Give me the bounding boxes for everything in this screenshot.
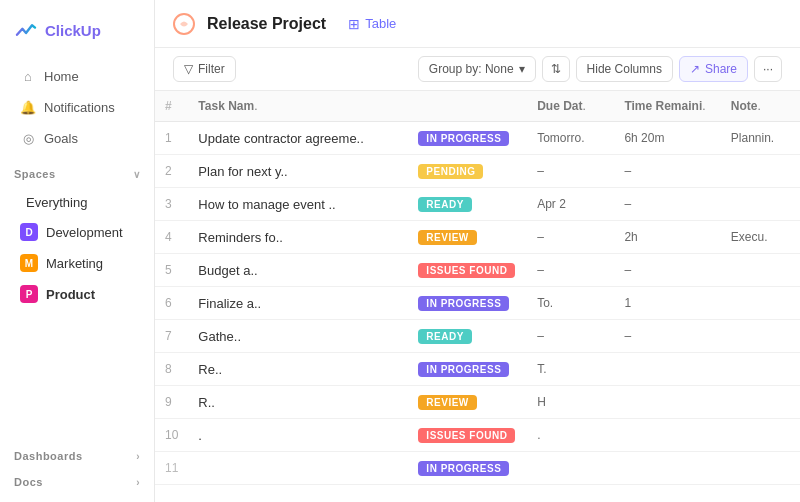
product-label: Product xyxy=(46,287,95,302)
table-row[interactable]: 6Finalize a..IN PROGRESSTo.1 xyxy=(155,287,800,320)
table-row[interactable]: 7Gathe..READY–– xyxy=(155,320,800,353)
filter-button[interactable]: ▽ Filter xyxy=(173,56,236,82)
cell-time xyxy=(614,452,720,485)
everything-label: Everything xyxy=(26,195,87,210)
group-by-label: Group by: None xyxy=(429,62,514,76)
app-logo[interactable]: ClickUp xyxy=(0,10,154,56)
cell-due: T. xyxy=(527,353,614,386)
cell-task[interactable]: R.. xyxy=(188,386,408,419)
cell-time: 6h 20m xyxy=(614,122,720,155)
table-row[interactable]: 1Update contractor agreeme..IN PROGRESST… xyxy=(155,122,800,155)
col-header-notes[interactable]: Note. xyxy=(721,91,800,122)
cell-due: . xyxy=(527,419,614,452)
app-name: ClickUp xyxy=(45,22,101,39)
table-row[interactable]: 5Budget a..ISSUES FOUND–– xyxy=(155,254,800,287)
col-header-time[interactable]: Time Remaini. xyxy=(614,91,720,122)
cell-due: Apr 2 xyxy=(527,188,614,221)
status-badge: REVIEW xyxy=(418,395,476,410)
cell-task[interactable] xyxy=(188,452,408,485)
share-button[interactable]: ↗ Share xyxy=(679,56,748,82)
nav-section: ⌂ Home 🔔 Notifications ◎ Goals xyxy=(0,56,154,158)
development-label: Development xyxy=(46,225,123,240)
cell-task[interactable]: Update contractor agreeme.. xyxy=(188,122,408,155)
cell-status[interactable]: IN PROGRESS xyxy=(408,452,527,485)
toolbar-right: Group by: None ▾ ⇅ Hide Columns ↗ Share … xyxy=(418,56,782,82)
cell-status[interactable]: PENDING xyxy=(408,155,527,188)
sidebar-item-goals[interactable]: ◎ Goals xyxy=(6,123,148,153)
cell-status[interactable]: READY xyxy=(408,320,527,353)
table-row[interactable]: 3How to manage event ..READYApr 2– xyxy=(155,188,800,221)
cell-time: – xyxy=(614,254,720,287)
cell-task[interactable]: How to manage event .. xyxy=(188,188,408,221)
more-options-button[interactable]: ··· xyxy=(754,56,782,82)
status-badge: ISSUES FOUND xyxy=(418,263,515,278)
status-badge: PENDING xyxy=(418,164,483,179)
dashboards-section-header[interactable]: Dashboards › xyxy=(0,440,154,466)
cell-task[interactable]: Gathe.. xyxy=(188,320,408,353)
docs-section-header[interactable]: Docs › xyxy=(0,466,154,492)
cell-status[interactable]: IN PROGRESS xyxy=(408,287,527,320)
group-by-chevron-icon: ▾ xyxy=(519,62,525,76)
cell-num: 6 xyxy=(155,287,188,320)
sidebar-item-home[interactable]: ⌂ Home xyxy=(6,61,148,91)
cell-task[interactable]: Reminders fo.. xyxy=(188,221,408,254)
cell-task[interactable]: Plan for next y.. xyxy=(188,155,408,188)
cell-num: 11 xyxy=(155,452,188,485)
cell-num: 4 xyxy=(155,221,188,254)
table-row[interactable]: 8Re..IN PROGRESST. xyxy=(155,353,800,386)
space-item-product[interactable]: P Product xyxy=(6,279,148,309)
cell-status[interactable]: ISSUES FOUND xyxy=(408,254,527,287)
filter-label: Filter xyxy=(198,62,225,76)
col-header-due[interactable]: Due Dat. xyxy=(527,91,614,122)
cell-task[interactable]: Re.. xyxy=(188,353,408,386)
sort-icon: ⇅ xyxy=(551,62,561,76)
hide-columns-button[interactable]: Hide Columns xyxy=(576,56,673,82)
table-view-tab[interactable]: ⊞ Table xyxy=(338,12,406,36)
space-item-development[interactable]: D Development xyxy=(6,217,148,247)
cell-num: 8 xyxy=(155,353,188,386)
table-row[interactable]: 10.ISSUES FOUND. xyxy=(155,419,800,452)
cell-task[interactable]: Budget a.. xyxy=(188,254,408,287)
spaces-section: Everything D Development M Marketing P P… xyxy=(0,184,154,314)
space-item-everything[interactable]: Everything xyxy=(6,189,148,216)
spaces-label: Spaces xyxy=(14,168,56,180)
product-dot: P xyxy=(20,285,38,303)
cell-status[interactable]: IN PROGRESS xyxy=(408,122,527,155)
table-row[interactable]: 9R..REVIEWH xyxy=(155,386,800,419)
table-header-row: # Task Nam. Due Dat. Time Remaini. Note. xyxy=(155,91,800,122)
cell-task[interactable]: Finalize a.. xyxy=(188,287,408,320)
cell-notes xyxy=(721,386,800,419)
clickup-logo-icon xyxy=(14,18,38,42)
cell-num: 10 xyxy=(155,419,188,452)
table-row[interactable]: 11IN PROGRESS xyxy=(155,452,800,485)
table-view-label: Table xyxy=(365,16,396,31)
ellipsis-icon: ··· xyxy=(763,62,773,76)
col-header-task[interactable]: Task Nam. xyxy=(188,91,408,122)
space-item-marketing[interactable]: M Marketing xyxy=(6,248,148,278)
sidebar-bottom: Dashboards › Docs › xyxy=(0,440,154,492)
share-icon: ↗ xyxy=(690,62,700,76)
cell-status[interactable]: READY xyxy=(408,188,527,221)
sort-button[interactable]: ⇅ xyxy=(542,56,570,82)
filter-icon: ▽ xyxy=(184,62,193,76)
cell-notes: Execu. xyxy=(721,221,800,254)
status-badge: READY xyxy=(418,329,472,344)
status-badge: IN PROGRESS xyxy=(418,131,509,146)
cell-task[interactable]: . xyxy=(188,419,408,452)
group-by-button[interactable]: Group by: None ▾ xyxy=(418,56,536,82)
sidebar-item-notifications[interactable]: 🔔 Notifications xyxy=(6,92,148,122)
table-row[interactable]: 4Reminders fo..REVIEW–2hExecu. xyxy=(155,221,800,254)
home-icon: ⌂ xyxy=(20,68,36,84)
docs-chevron-icon: › xyxy=(136,477,140,488)
share-label: Share xyxy=(705,62,737,76)
table-row[interactable]: 2Plan for next y..PENDING–– xyxy=(155,155,800,188)
cell-status[interactable]: IN PROGRESS xyxy=(408,353,527,386)
spaces-chevron-icon: ∨ xyxy=(133,169,141,180)
cell-status[interactable]: ISSUES FOUND xyxy=(408,419,527,452)
cell-status[interactable]: REVIEW xyxy=(408,221,527,254)
cell-notes xyxy=(721,452,800,485)
cell-num: 5 xyxy=(155,254,188,287)
cell-notes xyxy=(721,188,800,221)
cell-status[interactable]: REVIEW xyxy=(408,386,527,419)
cell-time xyxy=(614,419,720,452)
